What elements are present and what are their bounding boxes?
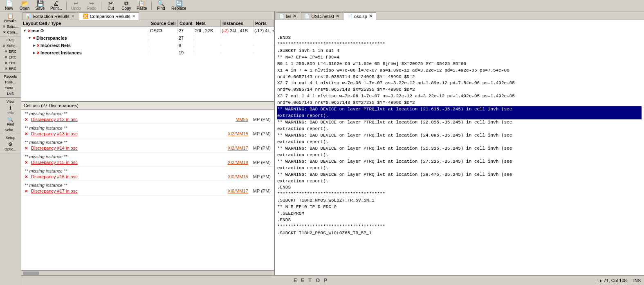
left-tab-1[interactable]: 🔀Comparison Results✕ [79, 12, 139, 20]
code-line-3: ** N=7 EP=4 IP=51 FDC=4 [277, 54, 642, 61]
disc-instance-link-5[interactable]: XI0/MM17 [228, 189, 248, 193]
toolbar-btn-open[interactable]: 📂Open [17, 0, 32, 11]
disc-link-1[interactable]: Discrepancy #13 in osc [31, 131, 78, 136]
status-center: E E T O P [294, 277, 329, 283]
disc-link-2[interactable]: Discrepancy #14 in osc [31, 146, 78, 150]
left-tab-0[interactable]: 📊Extraction Results✕ [22, 12, 78, 20]
sidebar-item-0-2[interactable]: ✕ Com... [0, 29, 21, 35]
disc-link-3[interactable]: Discrepancy #15 in osc [31, 160, 78, 165]
sidebar-item-0-0[interactable]: 📋Results [0, 12, 21, 24]
toolbar-btn-save[interactable]: 💾Save [33, 0, 47, 11]
sidebar-item-3-3[interactable]: Sche... [0, 127, 21, 133]
sidebar-item-3-1[interactable]: ℹInfo [0, 104, 21, 116]
right-tab-bar: 📄lvs✕📄OSC.netlist✕📄osc.sp✕ [275, 11, 644, 20]
toolbar-btn-find[interactable]: 🔍Find [154, 0, 168, 11]
sidebar-label-0-2: ✕ Com... [3, 30, 18, 34]
toolbar-btn-new[interactable]: 📄New [2, 0, 16, 11]
tree-col-instances: Instances [221, 20, 254, 27]
disc-instance-link-1[interactable]: XI2/MM15 [228, 131, 248, 136]
tab-close-0[interactable]: ✕ [71, 14, 74, 18]
table-row[interactable]: ▶ ✕ Incorrect Nets8 [21, 42, 274, 49]
left-tab-bar: 📊Extraction Results✕🔀Comparison Results✕ [21, 11, 274, 20]
disc-instance-link-2[interactable]: XI2/MM17 [228, 146, 248, 150]
code-line-15: ** WARNING: BAD DEVICE on layer PTRQ_lvt… [277, 132, 642, 139]
toolbar-btn-undo[interactable]: ↩Undo [69, 0, 83, 11]
disc-link-5[interactable]: Discrepancy #17 in osc [31, 189, 78, 193]
sidebar-section-4: Setup⚙Optio... [0, 134, 21, 153]
list-item: ** missing instance **✕Discrepancy #16 i… [21, 167, 274, 181]
sidebar-label-0-0: Results [4, 19, 16, 23]
table-row[interactable]: ▶ ✕ Incorrect Instances19 [21, 49, 274, 56]
status-brand: E E T O P [294, 277, 329, 283]
sidebar-icon-3-1: ℹ [9, 105, 11, 111]
toolbar-btn-cut[interactable]: ✂Cut [103, 0, 118, 11]
disc-instance-link-0[interactable]: MM55 [236, 117, 248, 122]
right-tab-2[interactable]: 📄osc.sp✕ [344, 12, 376, 20]
tab-icon-1: 📄 [305, 14, 310, 18]
disc-error-icon: ✕ [25, 160, 28, 165]
error-icon: ✕ [32, 36, 36, 40]
disc-link-0[interactable]: Discrepancy #12 in osc [31, 117, 78, 122]
sidebar-label-2-3: LVS [7, 92, 13, 96]
sidebar-item-1-4[interactable]: ✕ ERC [0, 60, 21, 66]
sidebar-item-1-5[interactable]: ✕ ERC [0, 66, 21, 72]
sidebar-item-0-1[interactable]: ✕ Extra... [0, 24, 21, 29]
expand-icon[interactable]: ▶ [33, 43, 36, 47]
code-line-8: nrd=0.0385714 nrs=0.0657143 $X=25335 $Y=… [277, 87, 642, 93]
sidebar-section-2: ReportsRule...Extra...LVS [0, 73, 21, 98]
tab-label-2: osc.sp [354, 14, 367, 19]
status-mode: INS [633, 278, 641, 283]
right-tab-close-2[interactable]: ✕ [369, 13, 372, 19]
expand-icon[interactable]: ▼ [28, 36, 31, 40]
tab-icon-0: 📄 [279, 14, 284, 18]
sidebar-item-2-1[interactable]: Rule... [0, 79, 21, 85]
sidebar-item-3-0[interactable]: View [0, 99, 21, 104]
toolbar-btn-print[interactable]: 🖨Print... [48, 0, 64, 11]
discrepancy-header: Cell osc (27 Discrepancies) [21, 102, 274, 110]
cell-extra-icon: ⚙ [40, 28, 44, 34]
sidebar-item-1-2[interactable]: ✕ ERC [0, 49, 21, 54]
disc-missing-label: ** missing instance ** [25, 183, 271, 188]
sidebar-item-2-3[interactable]: LVS [0, 91, 21, 96]
left-scrollbar[interactable] [21, 270, 274, 275]
code-area[interactable]: .ENDS***********************************… [275, 20, 644, 275]
sidebar-item-3-2[interactable]: 🔍Find [0, 116, 21, 127]
tab-label-0: lvs [286, 14, 291, 19]
toolbar-btn-redo[interactable]: ↪Redo [84, 0, 99, 11]
toolbar-btn-copy[interactable]: ⧉Copy [119, 0, 134, 11]
sidebar-item-2-2[interactable]: Extra... [0, 85, 21, 91]
code-line-2: .SUBCKT invh 1 in out 4 [277, 48, 642, 54]
sidebar-item-1-0[interactable]: ERC [0, 37, 21, 43]
right-tab-1[interactable]: 📄OSC.netlist✕ [301, 12, 343, 20]
right-tab-0[interactable]: 📄lvs✕ [276, 12, 300, 20]
sidebar-item-4-1[interactable]: ⚙Optio... [0, 141, 21, 152]
sidebar-item-1-3[interactable]: ✕ ERC [0, 54, 21, 60]
tab-close-1[interactable]: ✕ [132, 14, 135, 18]
toolbar-btn-paste[interactable]: 📋Paste [135, 0, 149, 11]
expand-icon[interactable]: ▼ [23, 29, 27, 33]
tree-cell-3-1: 19 [178, 50, 194, 56]
discrepancy-body: ** missing instance **✕Discrepancy #12 i… [21, 110, 274, 270]
sidebar-item-4-0[interactable]: Setup [0, 135, 21, 141]
tree-cell-2-3 [221, 45, 254, 46]
sidebar: 📋Results✕ Extra...✕ Com...ERC✕ Softc...✕… [0, 11, 21, 285]
sidebar-item-1-1[interactable]: ✕ Softc... [0, 43, 21, 49]
code-line-30: .SUBCKT T18H2_PMOS_W10L0Z65_TR_5P_1 [277, 230, 642, 237]
disc-link-4[interactable]: Discrepancy #16 in osc [31, 174, 78, 179]
code-line-7: X2 7 in out 4 1 nlvtiso w=7e-06 l=7e-07 … [277, 80, 642, 87]
disc-instance-link-4[interactable]: XI0/MM15 [228, 174, 248, 179]
disc-link-row-0: ✕Discrepancy #12 in oscMM55MP (PM) [25, 117, 271, 122]
sidebar-label-1-5: ✕ ERC [4, 67, 17, 71]
code-line-23: .ENDS [277, 184, 642, 191]
table-row[interactable]: ▼ ✕ Discrepancies27 [21, 34, 274, 42]
sidebar-section-0: 📋Results✕ Extra...✕ Com... [0, 11, 21, 36]
table-row[interactable]: ▼ ✕ osc⚙OSC32720L, 22S(-2) 24L, 41S(-17)… [21, 27, 274, 34]
tree-cell-1-3 [221, 38, 254, 38]
expand-icon[interactable]: ▶ [33, 51, 36, 55]
right-tab-close-0[interactable]: ✕ [293, 13, 296, 19]
right-tab-close-1[interactable]: ✕ [336, 13, 339, 19]
status-position: Ln 71, Col 108 [597, 278, 627, 283]
disc-instance-link-3[interactable]: XI2/MM18 [228, 160, 248, 165]
toolbar-btn-replace[interactable]: 🔄Replace [169, 0, 188, 11]
sidebar-item-2-0[interactable]: Reports [0, 74, 21, 79]
